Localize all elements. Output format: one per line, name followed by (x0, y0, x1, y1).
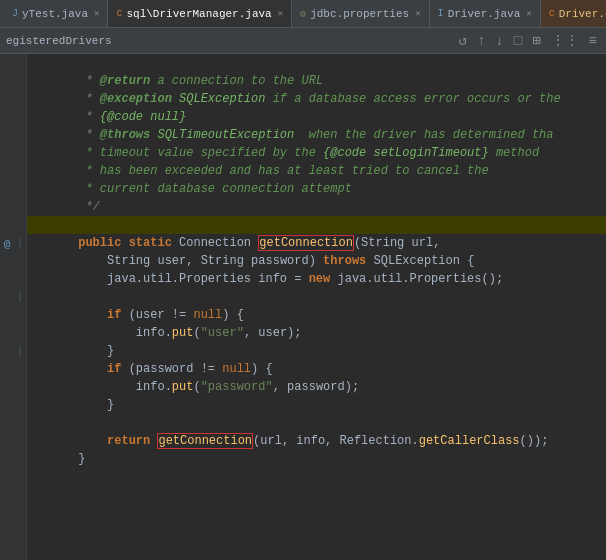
code-line-17: if (password != null) { (27, 342, 606, 360)
code-line-15: info.put("user", user); (27, 306, 606, 324)
gutter-row-17 (0, 342, 14, 360)
gutter-row-2 (0, 72, 14, 90)
tab-label-dm: sql\DriverManager.java (126, 8, 271, 20)
gutter-row-18 (0, 360, 14, 378)
gutter-row-15 (0, 306, 14, 324)
gutter-row-22 (0, 432, 14, 450)
code-line-19: } (27, 378, 606, 396)
code-line-6: * has been exceeded and has at least tri… (27, 144, 606, 162)
code-line-21: return getConnection(url, info, Reflecti… (27, 414, 606, 432)
tab-close-test[interactable]: ✕ (94, 8, 99, 19)
toolbar-up[interactable]: ↑ (474, 33, 488, 49)
toolbar-menu[interactable]: ≡ (586, 33, 600, 49)
code-line-3: * {@code null} (27, 90, 606, 108)
gutter-row-8 (0, 180, 14, 198)
gutter-row-5 (0, 126, 14, 144)
gutter-row-3 (0, 90, 14, 108)
tab-icon-dm: c (116, 8, 122, 19)
code-line-4: * @throws SQLTimeoutException when the d… (27, 108, 606, 126)
code-line-9: @CallerSensitive (27, 198, 606, 216)
gutter-row-12 (0, 252, 14, 270)
tab-label-driverclass: Driver.class (559, 8, 606, 20)
code-line-14: if (user != null) { (27, 288, 606, 306)
tab-close-dm[interactable]: ✕ (278, 8, 283, 19)
gutter-row-20 (0, 396, 14, 414)
code-line-22: } (27, 432, 606, 450)
tab-jdbc[interactable]: ⚙ jdbc.properties ✕ (292, 0, 429, 28)
code-line-7: * current database connection attempt (27, 162, 606, 180)
code-line-20 (27, 396, 606, 414)
code-line-10: public static Connection getConnection(S… (27, 216, 606, 234)
code-line-12: java.util.Properties info = new java.uti… (27, 252, 606, 270)
toolbar-view1[interactable]: □ (511, 33, 525, 49)
code-line-16: } (27, 324, 606, 342)
tab-ytest[interactable]: J yTest.java ✕ (4, 0, 108, 28)
gutter-icons: @ (0, 54, 14, 450)
tab-icon-jdbc: ⚙ (300, 8, 306, 20)
tab-driverclass[interactable]: c Driver.class ✕ (541, 0, 606, 28)
gutter-row-1 (0, 54, 14, 72)
tab-close-driver[interactable]: ✕ (526, 8, 531, 19)
tab-label-jdbc: jdbc.properties (310, 8, 409, 20)
toolbar-grid[interactable]: ⋮⋮ (548, 32, 582, 49)
toolbar: egisteredDrivers ↺ ↑ ↓ □ ⊞ ⋮⋮ ≡ (0, 28, 606, 54)
gutter-row-11: @ (0, 234, 14, 252)
code-line-5: * timeout value specified by the {@code … (27, 126, 606, 144)
gutter-row-6 (0, 144, 14, 162)
editor: @ │ (0, 54, 606, 560)
code-line-1: * @return a connection to the URL (27, 54, 606, 72)
tab-close-jdbc[interactable]: ✕ (415, 8, 420, 19)
gutter-row-14 (0, 288, 14, 306)
toolbar-refresh[interactable]: ↺ (456, 32, 470, 49)
breadcrumb: egisteredDrivers (6, 35, 452, 47)
tab-drivermanager[interactable]: c sql\DriverManager.java ✕ (108, 0, 292, 28)
gutter-row-4 (0, 108, 14, 126)
code-line-13 (27, 270, 606, 288)
gutter-row-7 (0, 162, 14, 180)
fold-column: │ │ │ (14, 54, 26, 450)
tab-label-test: yTest.java (22, 8, 88, 20)
tab-icon-driverclass: c (549, 8, 555, 19)
code-line-18: info.put("password", password); (27, 360, 606, 378)
tab-bar: J yTest.java ✕ c sql\DriverManager.java … (0, 0, 606, 28)
tab-icon-driver: I (438, 8, 444, 19)
gutter-row-9 (0, 198, 14, 216)
tab-icon-test: J (12, 8, 18, 19)
code-line-11: String user, String password) throws SQL… (27, 234, 606, 252)
toolbar-view2[interactable]: ⊞ (529, 32, 543, 49)
tab-label-driver: Driver.java (448, 8, 521, 20)
tab-driver[interactable]: I Driver.java ✕ (430, 0, 541, 28)
toolbar-down[interactable]: ↓ (492, 33, 506, 49)
gutter-row-16 (0, 324, 14, 342)
code-line-8: */ (27, 180, 606, 198)
gutter-row-10 (0, 216, 14, 234)
gutter-row-19 (0, 378, 14, 396)
gutter-row-13 (0, 270, 14, 288)
code-line-2: * @exception SQLException if a database … (27, 72, 606, 90)
gutter-row-21 (0, 414, 14, 432)
code-area[interactable]: * @return a connection to the URL * @exc… (27, 54, 606, 560)
